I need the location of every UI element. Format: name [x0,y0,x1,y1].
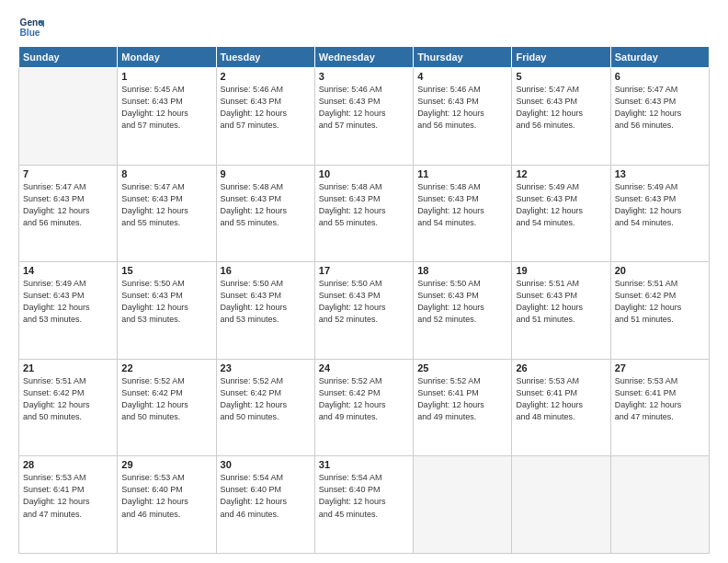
day-number: 14 [23,265,113,276]
day-header-friday: Friday [512,47,610,68]
day-cell [414,456,512,554]
day-number: 12 [516,168,606,179]
day-header-saturday: Saturday [610,47,709,68]
day-cell: 17Sunrise: 5:50 AM Sunset: 6:43 PM Dayli… [314,262,413,360]
day-info: Sunrise: 5:46 AM Sunset: 6:43 PM Dayligh… [319,84,409,132]
day-number: 11 [417,168,507,179]
day-info: Sunrise: 5:53 AM Sunset: 6:41 PM Dayligh… [615,375,705,423]
day-info: Sunrise: 5:49 AM Sunset: 6:43 PM Dayligh… [516,181,606,229]
header: General Blue [18,15,710,40]
day-number: 23 [221,362,311,373]
day-number: 31 [319,459,409,470]
day-info: Sunrise: 5:49 AM Sunset: 6:43 PM Dayligh… [23,278,113,326]
day-cell: 16Sunrise: 5:50 AM Sunset: 6:43 PM Dayli… [216,262,314,360]
day-number: 18 [417,265,507,276]
day-number: 20 [615,265,705,276]
day-info: Sunrise: 5:53 AM Sunset: 6:41 PM Dayligh… [23,472,113,520]
day-number: 29 [121,459,211,470]
day-info: Sunrise: 5:51 AM Sunset: 6:42 PM Dayligh… [23,375,113,423]
day-info: Sunrise: 5:51 AM Sunset: 6:43 PM Dayligh… [516,278,606,326]
day-number: 15 [121,265,211,276]
day-cell: 7Sunrise: 5:47 AM Sunset: 6:43 PM Daylig… [19,165,118,262]
day-info: Sunrise: 5:53 AM Sunset: 6:40 PM Dayligh… [121,472,211,520]
day-info: Sunrise: 5:52 AM Sunset: 6:41 PM Dayligh… [417,375,507,423]
day-cell: 3Sunrise: 5:46 AM Sunset: 6:43 PM Daylig… [314,68,413,166]
day-info: Sunrise: 5:54 AM Sunset: 6:40 PM Dayligh… [221,472,311,520]
day-number: 8 [121,168,211,179]
day-info: Sunrise: 5:52 AM Sunset: 6:42 PM Dayligh… [121,375,211,423]
day-cell: 29Sunrise: 5:53 AM Sunset: 6:40 PM Dayli… [118,456,216,554]
day-info: Sunrise: 5:54 AM Sunset: 6:40 PM Dayligh… [319,472,409,520]
day-number: 22 [121,362,211,373]
day-cell [512,456,610,554]
day-cell: 26Sunrise: 5:53 AM Sunset: 6:41 PM Dayli… [512,359,610,456]
day-number: 9 [221,168,311,179]
day-info: Sunrise: 5:53 AM Sunset: 6:41 PM Dayligh… [516,375,606,423]
day-number: 26 [516,362,606,373]
day-info: Sunrise: 5:47 AM Sunset: 6:43 PM Dayligh… [23,181,113,229]
day-header-monday: Monday [118,47,216,68]
day-number: 19 [516,265,606,276]
day-info: Sunrise: 5:52 AM Sunset: 6:42 PM Dayligh… [221,375,311,423]
day-cell: 9Sunrise: 5:48 AM Sunset: 6:43 PM Daylig… [216,165,314,262]
day-info: Sunrise: 5:48 AM Sunset: 6:43 PM Dayligh… [319,181,409,229]
day-cell: 31Sunrise: 5:54 AM Sunset: 6:40 PM Dayli… [314,456,413,554]
day-info: Sunrise: 5:47 AM Sunset: 6:43 PM Dayligh… [121,181,211,229]
day-info: Sunrise: 5:47 AM Sunset: 6:43 PM Dayligh… [615,84,705,132]
day-number: 6 [615,71,705,82]
day-info: Sunrise: 5:47 AM Sunset: 6:43 PM Dayligh… [516,84,606,132]
day-number: 2 [221,71,311,82]
week-row-2: 7Sunrise: 5:47 AM Sunset: 6:43 PM Daylig… [19,165,710,262]
logo-icon: General Blue [18,15,44,40]
day-number: 28 [23,459,113,470]
day-info: Sunrise: 5:48 AM Sunset: 6:43 PM Dayligh… [221,181,311,229]
day-info: Sunrise: 5:45 AM Sunset: 6:43 PM Dayligh… [121,84,211,132]
day-cell: 11Sunrise: 5:48 AM Sunset: 6:43 PM Dayli… [414,165,512,262]
day-header-sunday: Sunday [19,47,118,68]
day-cell: 23Sunrise: 5:52 AM Sunset: 6:42 PM Dayli… [216,359,314,456]
day-info: Sunrise: 5:51 AM Sunset: 6:42 PM Dayligh… [615,278,705,326]
day-cell: 22Sunrise: 5:52 AM Sunset: 6:42 PM Dayli… [118,359,216,456]
calendar-page: General Blue SundayMondayTuesdayWednesda… [0,0,728,563]
day-cell: 27Sunrise: 5:53 AM Sunset: 6:41 PM Dayli… [610,359,709,456]
header-row: SundayMondayTuesdayWednesdayThursdayFrid… [19,47,710,68]
day-cell: 1Sunrise: 5:45 AM Sunset: 6:43 PM Daylig… [118,68,216,166]
day-cell: 14Sunrise: 5:49 AM Sunset: 6:43 PM Dayli… [19,262,118,360]
day-number: 3 [319,71,409,82]
day-number: 21 [23,362,113,373]
week-row-3: 14Sunrise: 5:49 AM Sunset: 6:43 PM Dayli… [19,262,710,360]
day-cell: 21Sunrise: 5:51 AM Sunset: 6:42 PM Dayli… [19,359,118,456]
day-cell [19,68,118,166]
day-info: Sunrise: 5:50 AM Sunset: 6:43 PM Dayligh… [319,278,409,326]
calendar-table: SundayMondayTuesdayWednesdayThursdayFrid… [18,46,710,554]
logo: General Blue [18,15,48,40]
day-cell: 28Sunrise: 5:53 AM Sunset: 6:41 PM Dayli… [19,456,118,554]
week-row-1: 1Sunrise: 5:45 AM Sunset: 6:43 PM Daylig… [19,68,710,166]
day-cell: 8Sunrise: 5:47 AM Sunset: 6:43 PM Daylig… [118,165,216,262]
day-info: Sunrise: 5:46 AM Sunset: 6:43 PM Dayligh… [221,84,311,132]
day-cell: 25Sunrise: 5:52 AM Sunset: 6:41 PM Dayli… [414,359,512,456]
day-cell [610,456,709,554]
day-cell: 19Sunrise: 5:51 AM Sunset: 6:43 PM Dayli… [512,262,610,360]
svg-text:Blue: Blue [20,28,40,38]
day-number: 27 [615,362,705,373]
day-header-tuesday: Tuesday [216,47,314,68]
day-info: Sunrise: 5:46 AM Sunset: 6:43 PM Dayligh… [417,84,507,132]
day-number: 7 [23,168,113,179]
day-header-thursday: Thursday [414,47,512,68]
day-info: Sunrise: 5:49 AM Sunset: 6:43 PM Dayligh… [615,181,705,229]
day-number: 10 [319,168,409,179]
week-row-4: 21Sunrise: 5:51 AM Sunset: 6:42 PM Dayli… [19,359,710,456]
week-row-5: 28Sunrise: 5:53 AM Sunset: 6:41 PM Dayli… [19,456,710,554]
day-number: 1 [121,71,211,82]
day-info: Sunrise: 5:50 AM Sunset: 6:43 PM Dayligh… [417,278,507,326]
day-number: 16 [221,265,311,276]
day-cell: 15Sunrise: 5:50 AM Sunset: 6:43 PM Dayli… [118,262,216,360]
day-info: Sunrise: 5:50 AM Sunset: 6:43 PM Dayligh… [221,278,311,326]
day-header-wednesday: Wednesday [314,47,413,68]
day-number: 17 [319,265,409,276]
day-cell: 6Sunrise: 5:47 AM Sunset: 6:43 PM Daylig… [610,68,709,166]
day-number: 25 [417,362,507,373]
day-number: 13 [615,168,705,179]
day-cell: 2Sunrise: 5:46 AM Sunset: 6:43 PM Daylig… [216,68,314,166]
